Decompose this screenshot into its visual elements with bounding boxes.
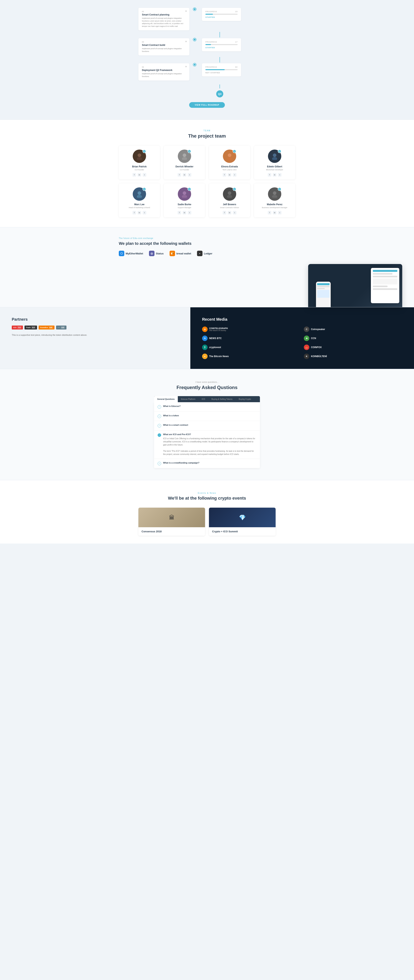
roadmap-connector-1 <box>193 8 196 11</box>
faq-tab-0[interactable]: General Questions <box>154 396 178 402</box>
close-icon-3[interactable]: ✕ <box>185 65 187 68</box>
roadmap-dot-1 <box>193 8 196 11</box>
facebook-icon-6[interactable]: f <box>223 211 226 215</box>
roadmap-card-2: ✕ 03 Smart Contract build Implement proo… <box>139 38 189 56</box>
member-role-0: Co-Founder <box>135 169 144 171</box>
twitter-icon-3[interactable]: t <box>278 173 282 177</box>
twitter-icon-2[interactable]: t <box>233 173 236 177</box>
svg-point-14 <box>273 191 276 195</box>
wallets-mockup-area <box>12 264 402 307</box>
linkedin-icon-2[interactable]: in <box>228 173 231 177</box>
svg-point-7 <box>272 157 277 160</box>
partners-desc: This is a supportive text piece, introdu… <box>12 333 178 337</box>
twitter-icon-6[interactable]: t <box>233 211 236 215</box>
media-name-0: COINTELEGRAPH <box>209 327 228 329</box>
linkedin-icon-7[interactable]: in <box>273 211 276 215</box>
linkedin-icon-6[interactable]: in <box>228 211 231 215</box>
svg-point-1 <box>137 157 142 160</box>
twitter-icon-4[interactable]: t <box>143 211 146 215</box>
wallet-logos: ⬡ MyEtherWallet ◎ Status 🍞 bread wallet … <box>119 251 295 256</box>
media-name-2: NEWS BTC <box>209 337 222 340</box>
connector-line-3 <box>220 84 220 88</box>
facebook-icon-7[interactable]: f <box>268 211 271 215</box>
card-num-1: 02 <box>142 11 186 13</box>
team-socials-6: f in t <box>223 211 236 215</box>
faq-item-0[interactable]: + What is Educuo? <box>154 402 260 412</box>
facebook-icon-4[interactable]: f <box>132 211 136 215</box>
avatar-wrapper-7: ✉ <box>268 188 281 203</box>
faq-item-1[interactable]: + What is a token <box>154 412 260 421</box>
avatar-wrapper-6: ✉ <box>223 188 236 203</box>
faq-item-4[interactable]: + What is a crowdfunding campaign? <box>154 459 260 468</box>
svg-point-11 <box>182 195 187 198</box>
close-icon-2[interactable]: ✕ <box>185 40 187 43</box>
faq-list: + What is Educuo? + What is a token + Wh… <box>154 402 260 468</box>
progress-bar-bg-3 <box>205 69 237 70</box>
twitter-icon-7[interactable]: t <box>278 211 282 215</box>
roadmap-connector-2 <box>193 38 196 41</box>
faq-collapse-icon-3: − <box>158 433 161 437</box>
media-logo-6: ● The Bitcoin News <box>202 353 301 359</box>
card-title-2: Smart Contract build <box>142 44 186 46</box>
wallets-section: The future of Edu-coin exchange We plan … <box>0 228 414 307</box>
bread-icon: 🍞 <box>170 251 175 256</box>
close-icon-1[interactable]: ✕ <box>185 10 187 13</box>
media-name-1: Coinspeaker <box>311 328 325 331</box>
linkedin-icon-4[interactable]: in <box>138 211 141 215</box>
member-name-6: Jeff Bowers <box>223 203 236 206</box>
media-logo-7: K KOINBÜLTENİ <box>304 353 402 359</box>
svg-point-6 <box>273 153 276 157</box>
wallet-bread: 🍞 bread wallet <box>170 251 191 256</box>
event-card-1: 💎 Crypto + ICO Summit <box>209 508 275 536</box>
twitter-icon-0[interactable]: t <box>143 173 146 177</box>
avatar-2: ✉ <box>223 150 236 163</box>
svg-point-9 <box>137 195 142 198</box>
member-name-5: Sadie Burke <box>178 203 191 206</box>
card-num-2: 03 <box>142 41 186 43</box>
media-icon-3: ⊕ <box>304 336 309 341</box>
facebook-icon-3[interactable]: f <box>268 173 271 177</box>
facebook-icon-5[interactable]: f <box>178 211 181 215</box>
faq-tab-1[interactable]: Educuo Platform <box>178 396 199 402</box>
member-role-3: Blockchain Developer <box>266 169 283 171</box>
linkedin-icon-5[interactable]: in <box>183 211 186 215</box>
progress-bar-fill-3 <box>205 69 225 70</box>
linkedin-icon-0[interactable]: in <box>138 173 141 177</box>
media-sub-0: The future of money <box>209 329 228 331</box>
faq-title: Frequently Asked Qustions <box>154 385 260 390</box>
twitter-icon-1[interactable]: t <box>188 173 191 177</box>
twitter-icon-5[interactable]: t <box>188 211 191 215</box>
faq-tab-2[interactable]: ICO <box>199 396 209 402</box>
avatar-4: ✉ <box>133 188 146 201</box>
connector-line-2 <box>220 57 220 62</box>
faq-item-2[interactable]: + What is a smart contract <box>154 421 260 430</box>
media-name-5: COINFOX <box>311 346 322 349</box>
team-card-6: ✉ Jeff Bowers Smart Contracts Advisor f … <box>209 183 250 217</box>
partner-badge-0: ICO 7.5 <box>12 326 23 329</box>
member-name-1: Derrick Wheeler <box>175 165 193 168</box>
member-role-4: Head of Marketing & Brand <box>129 207 150 208</box>
faq-tab-3[interactable]: Buying & Selling Tokens <box>209 396 236 402</box>
linkedin-icon-3[interactable]: in <box>273 173 276 177</box>
member-role-6: Smart Contracts Advisor <box>220 207 239 208</box>
avatar-badge-0: ✉ <box>143 150 146 153</box>
faq-tab-4[interactable]: Buying Crypto <box>236 396 254 402</box>
linkedin-icon-1[interactable]: in <box>183 173 186 177</box>
faq-item-3[interactable]: − What are ICO and Pre-ICO? ICO or Initi… <box>154 430 260 459</box>
screen-mockup <box>371 268 399 303</box>
badge-score-2: 8.8 <box>49 326 53 329</box>
facebook-icon-1[interactable]: f <box>178 173 181 177</box>
view-roadmap-button[interactable]: VIEW FULL ROADMAP <box>189 102 225 108</box>
media-title: Recent Media <box>202 317 402 321</box>
person-icon-7 <box>271 190 279 198</box>
avatar-5: ✉ <box>178 188 191 201</box>
myether-icon: ⬡ <box>119 251 124 256</box>
media-icon-0: ◎ <box>202 326 208 332</box>
media-logo-4: ₿ cryptovest <box>202 345 301 350</box>
faq-content-3: What are ICO and Pre-ICO? ICO or Initial… <box>163 433 256 456</box>
member-name-2: Elnora Estrada <box>221 165 238 168</box>
facebook-icon-0[interactable]: f <box>132 173 136 177</box>
event-card-0: 🏛 Consensus 2018 <box>139 508 205 536</box>
status-label: Status <box>156 252 164 255</box>
facebook-icon-2[interactable]: f <box>223 173 226 177</box>
